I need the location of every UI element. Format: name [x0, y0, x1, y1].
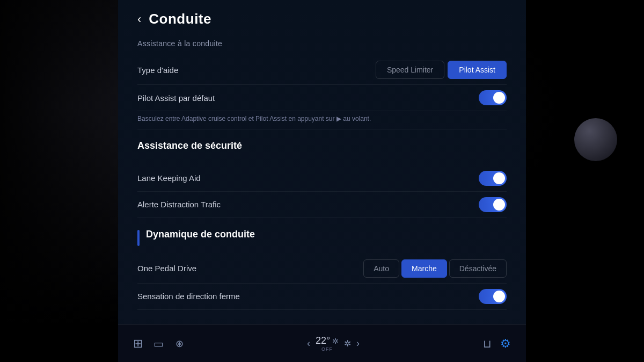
toggle-knob — [493, 199, 505, 211]
toggle-knob — [493, 291, 505, 302]
dynamique-section-header: Dynamique de conduite — [137, 229, 507, 248]
one-pedal-drive-btn-group: Auto Marche Désactivée — [363, 259, 507, 278]
pilot-assist-defaut-toggle[interactable] — [479, 90, 507, 105]
pilot-assist-hint: Basculez entre Adaptive cruise control e… — [137, 111, 507, 129]
lane-keeping-label: Lane Keeping Aid — [137, 173, 201, 183]
lane-keeping-row: Lane Keeping Aid — [137, 165, 507, 192]
temp-up-btn[interactable]: › — [356, 338, 360, 349]
lane-keeping-toggle[interactable] — [479, 171, 507, 186]
main-screen: ‹ Conduite Assistance à la conduite Type… — [118, 0, 526, 362]
alerte-distraction-row: Alerte Distraction Trafic — [137, 192, 507, 218]
type-aide-btn-group: Speed Limiter Pilot Assist — [376, 61, 507, 79]
bottom-left-icons: ⊞ ▭ ⊛ — [133, 337, 184, 351]
temperature-value: 22° ✲ — [316, 335, 339, 346]
bottom-right-icons: ⊔ ⚙ — [483, 337, 511, 351]
bottom-center-controls: ‹ 22° ✲ OFF ✲ › — [307, 335, 360, 352]
bottom-nav-bar: ⊞ ▭ ⊛ ‹ 22° ✲ OFF ✲ › ⊔ ⚙ — [118, 324, 526, 362]
page-header: ‹ Conduite — [137, 0, 507, 36]
toggle-knob — [493, 92, 505, 104]
alerte-distraction-toggle[interactable] — [479, 197, 507, 212]
gear-icon[interactable]: ⚙ — [500, 337, 511, 351]
assistance-conduite-label: Assistance à la conduite — [137, 36, 507, 55]
fan-icon: ✲ — [344, 338, 351, 349]
pilot-assist-defaut-row: Pilot Assist par défaut — [137, 85, 507, 111]
sensation-direction-row: Sensation de direction ferme — [137, 284, 507, 310]
alerte-distraction-label: Alerte Distraction Trafic — [137, 200, 221, 209]
seat-icon[interactable]: ⊔ — [483, 337, 492, 350]
one-pedal-drive-row: One Pedal Drive Auto Marche Désactivée — [137, 254, 507, 284]
car-knob — [574, 118, 617, 161]
type-aide-label: Type d'aide — [137, 66, 178, 75]
dynamique-title: Dynamique de conduite — [146, 229, 255, 240]
back-button[interactable]: ‹ — [137, 12, 141, 26]
person-icon[interactable]: ⊛ — [175, 338, 184, 350]
securite-section-header: Assistance de sécurité — [137, 140, 507, 159]
auto-btn[interactable]: Auto — [363, 259, 399, 278]
temperature-display: 22° ✲ OFF — [316, 335, 339, 352]
type-aide-row: Type d'aide Speed Limiter Pilot Assist — [137, 55, 507, 85]
temperature-status: OFF — [321, 346, 333, 352]
speed-limiter-btn[interactable]: Speed Limiter — [376, 61, 444, 79]
sensation-direction-label: Sensation de direction ferme — [137, 292, 240, 301]
pilot-assist-defaut-label: Pilot Assist par défaut — [137, 93, 215, 103]
securite-title: Assistance de sécurité — [137, 140, 242, 151]
sensation-direction-toggle[interactable] — [479, 289, 507, 304]
marche-btn[interactable]: Marche — [401, 259, 447, 278]
page-title: Conduite — [149, 11, 211, 27]
camera-icon[interactable]: ▭ — [153, 337, 164, 350]
desactivee-btn[interactable]: Désactivée — [449, 259, 507, 278]
pilot-assist-btn[interactable]: Pilot Assist — [448, 61, 507, 79]
section-bar — [137, 230, 140, 246]
temp-down-btn[interactable]: ‹ — [307, 338, 310, 349]
one-pedal-drive-label: One Pedal Drive — [137, 264, 196, 273]
toggle-knob — [493, 172, 505, 184]
grid-icon[interactable]: ⊞ — [133, 337, 142, 351]
